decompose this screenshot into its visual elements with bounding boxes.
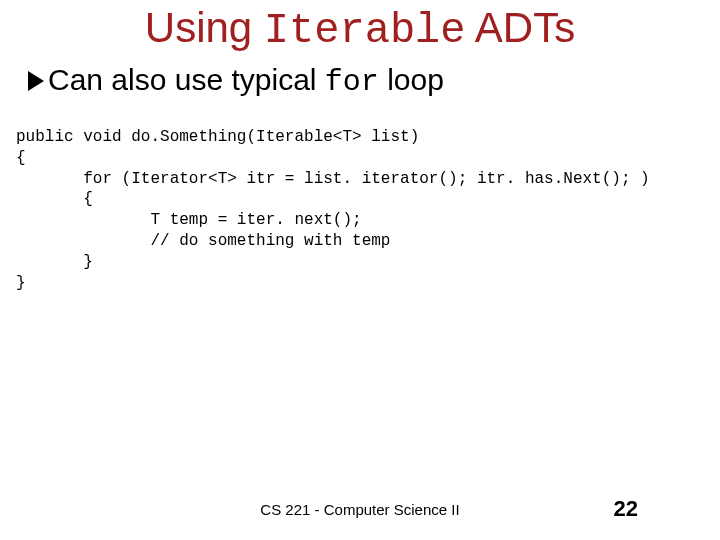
bullet-post: loop <box>379 63 444 96</box>
bullet-pre: Can also use typical <box>48 63 325 96</box>
title-mono: Iterable <box>264 7 466 55</box>
triangle-bullet-icon <box>28 71 44 91</box>
footer-page-number: 22 <box>614 496 638 522</box>
footer-course: CS 221 - Computer Science II <box>260 501 459 518</box>
code-block: public void do.Something(Iterable<T> lis… <box>16 127 720 293</box>
title-pre: Using <box>145 4 264 51</box>
bullet-mono: for <box>325 65 379 99</box>
bullet-text: Can also use typical for loop <box>48 63 444 99</box>
title-post: ADTs <box>466 4 576 51</box>
slide-title: Using Iterable ADTs <box>0 0 720 55</box>
bullet-row: Can also use typical for loop <box>28 63 720 99</box>
